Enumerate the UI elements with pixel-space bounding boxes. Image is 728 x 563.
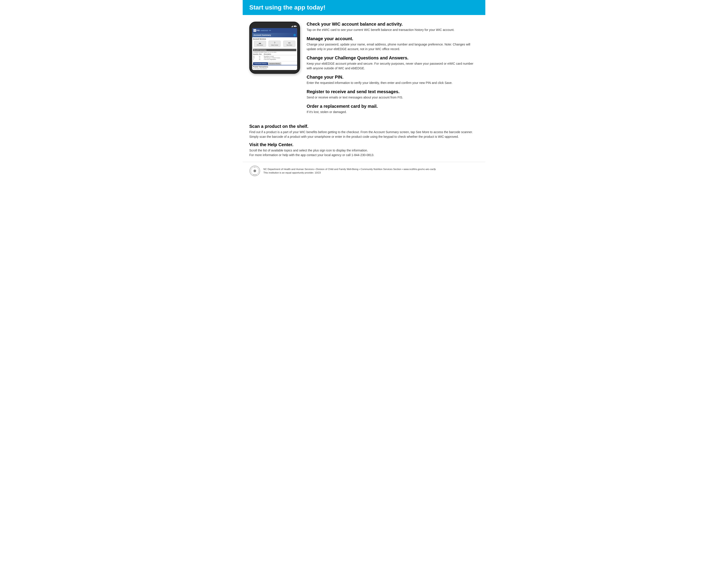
- scan-title: Scan a product on the shelf.: [249, 124, 479, 129]
- feature-desc-2: Change your password, update your name, …: [307, 42, 479, 51]
- fis-text: FIS: [257, 29, 260, 32]
- feature-change-pin: Change your PIN. Enter the requested inf…: [307, 75, 479, 85]
- fis-grid-icon: [253, 29, 256, 32]
- feature-manage-account: Manage your account. Change your passwor…: [307, 36, 479, 51]
- expire-text: Available benefits expire on 12-31-2024: [253, 52, 296, 53]
- posted-transactions-section: Posted Transactions No Posted Transactio…: [252, 65, 297, 70]
- feature-title-2: Manage your account.: [307, 36, 479, 41]
- account-services-label: Account Services: [253, 38, 296, 40]
- phone-screen: FIS ebtEDGE SM Account Summary 🌐 Account…: [252, 28, 297, 70]
- pin-select-button[interactable]: ▬ PIN Select: [254, 41, 266, 47]
- desc-1: Breakfast Cereal: [264, 56, 296, 57]
- feature-help-center: Visit the Help Center. Scroll the list o…: [249, 142, 479, 157]
- feature-challenge-questions: Change your Challenge Questions and Answ…: [307, 55, 479, 71]
- help-label: Help Center: [269, 44, 280, 46]
- superscript: SM: [269, 30, 271, 31]
- more-icon: •••: [284, 42, 295, 44]
- help-desc: Scroll the list of available topics and …: [249, 148, 479, 157]
- benefit-row-3: 2 oz Fruit And Vegetables: [253, 59, 296, 60]
- help-icon: ?: [269, 42, 280, 44]
- feature-text-messages: Register to receive and send text messag…: [307, 89, 479, 100]
- feature-title-3: Change your Challenge Questions and Answ…: [307, 55, 479, 60]
- ebt-edge-text: ebtEDGE: [261, 30, 268, 32]
- no-posted-transactions-text: No Posted Transactions: [253, 68, 296, 69]
- app-header: FIS ebtEDGE SM: [252, 28, 297, 33]
- footer: NC STATE SEAL NC Department of Health an…: [243, 162, 485, 180]
- benefit-row-1: 10 oz Breakfast Cereal: [253, 56, 296, 57]
- feature-scan-product: Scan a product on the shelf. Find out if…: [249, 124, 479, 139]
- help-title: Visit the Help Center.: [249, 142, 479, 147]
- posted-transactions-label: Posted Transactions: [253, 66, 296, 68]
- feature-title-5: Register to receive and send text messag…: [307, 89, 479, 94]
- feature-title-6: Order a replacement card by mail.: [307, 104, 479, 109]
- more-label: See More: [284, 44, 295, 46]
- phone-container: FIS ebtEDGE SM Account Summary 🌐 Account…: [249, 22, 300, 118]
- bottom-sections: Scan a product on the shelf. Find out if…: [243, 124, 485, 157]
- benefit-summary-header: Benefit Summary: [253, 49, 296, 51]
- size-3: oz: [259, 59, 263, 60]
- feature-check-balance: Check your WIC account balance and activ…: [307, 22, 479, 32]
- footer-text-block: NC Department of Health and Human Servic…: [263, 167, 436, 175]
- header-banner: Start using the app today!: [243, 0, 485, 15]
- feature-desc-5: Send or receive emails or text messages …: [307, 95, 479, 100]
- account-summary-title: Account Summary: [253, 34, 271, 36]
- qty-2: 18: [253, 57, 259, 58]
- phone-top-bar: [252, 25, 297, 27]
- pin-icon: ▬: [255, 42, 265, 44]
- size-header: Size: [259, 53, 263, 55]
- feature-title-1: Check your WIC account balance and activ…: [307, 22, 479, 27]
- see-more-button[interactable]: ••• See More: [283, 41, 295, 47]
- right-content: Check your WIC account balance and activ…: [307, 22, 479, 118]
- desc-2: WW Bread or Whole Grains: [264, 57, 296, 58]
- size-1: oz: [259, 56, 263, 57]
- feature-desc-6: If it's lost, stolen or damaged.: [307, 110, 479, 114]
- qty-1: 10: [253, 56, 259, 57]
- nc-seal-icon: NC STATE SEAL: [249, 165, 260, 176]
- scan-desc: Find out if a product is a part of your …: [249, 130, 479, 139]
- svg-point-2: [253, 169, 256, 172]
- service-buttons: ▬ PIN Select ? Help Center ••• See More: [253, 41, 296, 47]
- feature-desc-3: Keep your ebtEDGE account private and se…: [307, 61, 479, 71]
- header-title: Start using the app today!: [249, 4, 479, 11]
- svg-text:STATE SEAL: STATE SEAL: [253, 174, 257, 175]
- footer-line2: This institution is an equal opportunity…: [263, 171, 436, 175]
- footer-line1: NC Department of Health and Human Servic…: [263, 167, 436, 171]
- main-content: FIS ebtEDGE SM Account Summary 🌐 Account…: [243, 22, 485, 118]
- pin-label: PIN Select: [255, 44, 265, 46]
- benefit-table-header: Quantity Size Description: [253, 53, 296, 55]
- account-services-section: Account Services ▬ PIN Select ? Help Cen…: [252, 37, 297, 48]
- desc-3: Fruit And Vegetables: [264, 59, 296, 60]
- benefit-summary-section: Benefit Summary Available benefits expir…: [252, 48, 297, 61]
- qty-header: Quantity: [253, 53, 259, 55]
- qty-3: 2: [253, 59, 259, 60]
- feature-title-4: Change your PIN.: [307, 75, 479, 80]
- desc-header: Description: [264, 53, 296, 55]
- fis-logo: FIS: [253, 29, 260, 32]
- phone-mockup: FIS ebtEDGE SM Account Summary 🌐 Account…: [249, 22, 300, 74]
- transaction-tabs: Transaction History Issuance History: [253, 62, 296, 65]
- feature-desc-1: Tap on the eWIC card to see your current…: [307, 28, 479, 32]
- feature-replacement-card: Order a replacement card by mail. If it'…: [307, 104, 479, 114]
- battery-icon: [294, 26, 296, 27]
- size-2: oz: [259, 57, 263, 58]
- globe-icon: 🌐: [293, 34, 296, 36]
- help-center-button[interactable]: ? Help Center: [268, 41, 281, 47]
- issuance-history-tab[interactable]: Issuance History: [268, 62, 281, 65]
- account-summary-header: Account Summary 🌐: [252, 33, 297, 37]
- signal-icon: [291, 25, 293, 27]
- feature-desc-4: Enter the requested information to verif…: [307, 81, 479, 85]
- svg-text:NC: NC: [254, 167, 255, 168]
- transaction-history-tab[interactable]: Transaction History: [253, 62, 268, 65]
- benefit-row-2: 18 oz WW Bread or Whole Grains: [253, 57, 296, 58]
